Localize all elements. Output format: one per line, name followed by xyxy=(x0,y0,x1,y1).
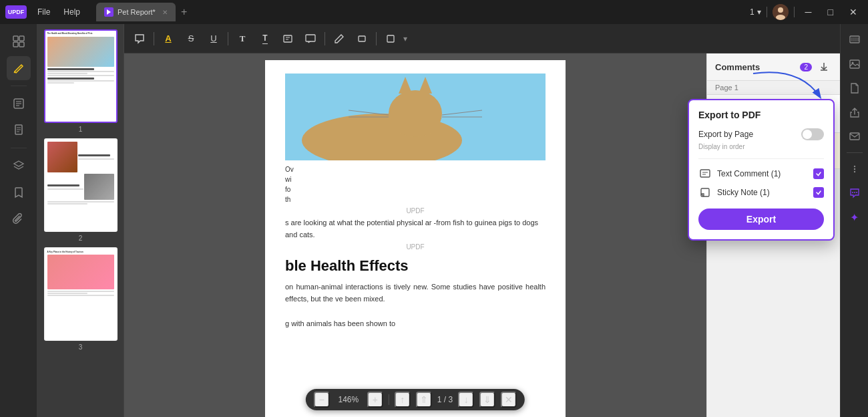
page-nav: 1 ▾ xyxy=(750,7,761,17)
svg-rect-43 xyxy=(850,60,859,68)
doc-para1: s are looking at what the potential phys… xyxy=(285,219,538,239)
title-bar: UPDF File Help Pet Report* ✕ + 1 ▾ ─ □ ✕ xyxy=(0,0,868,24)
zoom-out-btn[interactable]: − xyxy=(314,392,330,408)
minimize-btn[interactable]: ─ xyxy=(800,7,817,17)
tab-area: Pet Report* ✕ + xyxy=(96,3,744,21)
sidebar-item-pages[interactable] xyxy=(7,118,31,142)
shape-tool-btn[interactable] xyxy=(381,29,401,49)
svg-point-1 xyxy=(778,7,783,13)
divider xyxy=(767,7,767,17)
thumb-img-2 xyxy=(44,138,118,232)
sticky-note-label: Sticky Note (1) xyxy=(717,188,770,197)
svg-point-24 xyxy=(389,90,442,137)
maximize-btn[interactable]: □ xyxy=(823,7,839,17)
thumbnail-3[interactable]: A Key Phase in the History of Tourism 3 xyxy=(43,247,118,351)
sticky-note-checkbox[interactable] xyxy=(813,187,824,198)
rs-barcode-icon[interactable] xyxy=(844,29,865,51)
sidebar-item-forms[interactable] xyxy=(7,92,31,116)
rs-image-icon[interactable] xyxy=(844,53,865,75)
highlight-tool-btn[interactable]: A xyxy=(158,29,178,49)
svg-point-49 xyxy=(852,192,853,193)
scroll-up2-btn[interactable]: ⇑ xyxy=(416,392,432,408)
text-tool-btn[interactable]: T xyxy=(232,29,252,49)
sidebar-separator2 xyxy=(11,148,27,148)
sidebar-item-bookmark[interactable] xyxy=(7,180,31,204)
doc-para3: g with animals has been shown to xyxy=(285,318,546,330)
annotation-toolbar: A S U T T xyxy=(124,24,840,53)
scroll-down2-btn[interactable]: ⇓ xyxy=(479,392,495,408)
export-by-page-row: Export by Page xyxy=(698,128,824,140)
toolbar-sep3 xyxy=(324,32,325,45)
export-popup-title: Export to PDF xyxy=(698,110,824,120)
svg-point-46 xyxy=(853,166,855,167)
svg-marker-15 xyxy=(14,161,23,166)
rs-aichat-icon[interactable] xyxy=(844,182,865,204)
text-comment-checkbox[interactable] xyxy=(813,168,824,179)
text-comment-icon xyxy=(698,167,712,180)
underline-tool-btn[interactable]: U xyxy=(204,29,224,49)
strikethrough-tool-btn[interactable]: S xyxy=(181,29,201,49)
rs-more-icon[interactable] xyxy=(844,158,865,180)
svg-rect-45 xyxy=(850,133,859,140)
pen-tool-btn[interactable] xyxy=(329,29,349,49)
zoom-in-btn[interactable]: + xyxy=(367,392,383,408)
doc-para2: on human-animal interactions is tively n… xyxy=(285,281,546,305)
export-sep xyxy=(698,158,824,159)
textbox-tool-btn[interactable] xyxy=(278,29,298,49)
watermark1: UPDF xyxy=(285,207,546,215)
sidebar-item-annotate[interactable] xyxy=(7,56,31,80)
svg-point-50 xyxy=(854,192,855,193)
comment-tool-btn[interactable] xyxy=(130,29,150,49)
user-avatar[interactable] xyxy=(773,4,789,20)
shape-dropdown-btn[interactable]: ▾ xyxy=(403,34,407,43)
doc-heading: ble Health Effects xyxy=(285,257,546,275)
export-type-sticky-note[interactable]: Sticky Note (1) xyxy=(698,183,824,202)
svg-rect-19 xyxy=(306,35,315,41)
comments-title: Comments xyxy=(715,62,760,72)
svg-point-2 xyxy=(776,15,785,20)
tab-icon xyxy=(104,7,114,17)
thumbnail-1[interactable]: The Health and Mood-Boosting Benefits of… xyxy=(43,29,118,133)
document-area[interactable]: Ovwifoth UPDF s are looking at what the … xyxy=(124,53,706,417)
sidebar-item-attachment[interactable] xyxy=(7,207,31,231)
close-bottom-bar-btn[interactable]: ✕ xyxy=(501,392,517,408)
menu-help[interactable]: Help xyxy=(58,6,85,18)
thumb-img-3: A Key Phase in the History of Tourism xyxy=(44,247,118,341)
left-sidebar xyxy=(0,24,37,417)
rs-email-icon[interactable] xyxy=(844,126,865,147)
doc-cat-image xyxy=(285,74,546,160)
close-btn[interactable]: ✕ xyxy=(844,7,863,17)
svg-rect-20 xyxy=(359,36,365,41)
text2-tool-btn[interactable]: T xyxy=(255,29,275,49)
doc-page: Ovwifoth UPDF s are looking at what the … xyxy=(124,53,706,417)
right-sidebar: ✦ xyxy=(840,24,868,417)
title-bar-right: 1 ▾ ─ □ ✕ xyxy=(750,4,863,20)
sidebar-item-layers[interactable] xyxy=(7,154,31,178)
scroll-up-btn[interactable]: ↑ xyxy=(395,392,411,408)
tab-pet-report[interactable]: Pet Report* ✕ xyxy=(96,3,176,21)
thumbnail-2[interactable]: 2 xyxy=(43,138,118,242)
comments-export-icon[interactable] xyxy=(816,59,832,75)
thumb-img-1: The Health and Mood-Boosting Benefits of… xyxy=(44,29,118,123)
rs-pdf-icon[interactable] xyxy=(844,78,865,99)
eraser-tool-btn[interactable] xyxy=(352,29,372,49)
export-by-page-toggle[interactable] xyxy=(801,128,824,140)
scroll-down-btn[interactable]: ↓ xyxy=(458,392,474,408)
svg-rect-34 xyxy=(700,170,710,177)
main-area: The Health and Mood-Boosting Benefits of… xyxy=(0,24,868,417)
page-display: 1 / 3 xyxy=(437,395,453,404)
rs-separator xyxy=(847,152,863,153)
menu-file[interactable]: File xyxy=(32,6,55,18)
thumb-num-2: 2 xyxy=(79,235,83,242)
tab-close-btn[interactable]: ✕ xyxy=(162,9,168,16)
textbox2-tool-btn[interactable] xyxy=(300,29,320,49)
export-pdf-btn[interactable]: Export xyxy=(698,208,824,230)
rs-share-icon[interactable] xyxy=(844,102,865,123)
export-type-text-comment[interactable]: Text Comment (1) xyxy=(698,164,824,183)
watermark2: UPDF xyxy=(285,243,546,251)
bottom-toolbar: − 146% + ↑ ⇑ 1 / 3 ↓ ⇓ ✕ xyxy=(306,389,525,410)
rs-ai-icon[interactable]: ✦ xyxy=(844,206,865,228)
app-logo: UPDF xyxy=(5,5,27,19)
new-tab-btn[interactable]: + xyxy=(181,6,187,18)
sidebar-item-thumbnails[interactable] xyxy=(7,29,31,53)
